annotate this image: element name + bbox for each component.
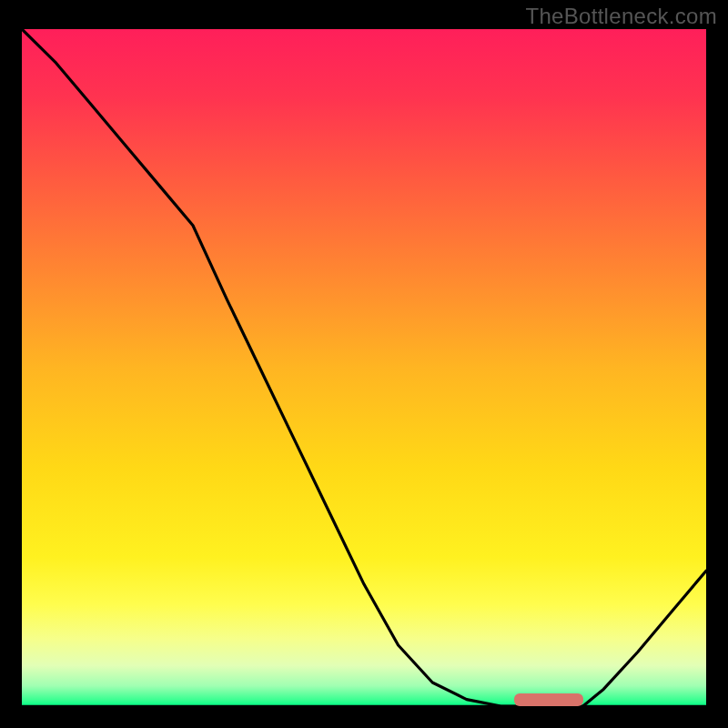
background-gradient [22,29,706,706]
optimal-marker [514,693,582,706]
plot-area [22,29,706,706]
svg-rect-0 [22,29,706,706]
watermark-text: TheBottleneck.com [525,4,717,29]
chart-container: TheBottleneck.com [0,0,728,728]
